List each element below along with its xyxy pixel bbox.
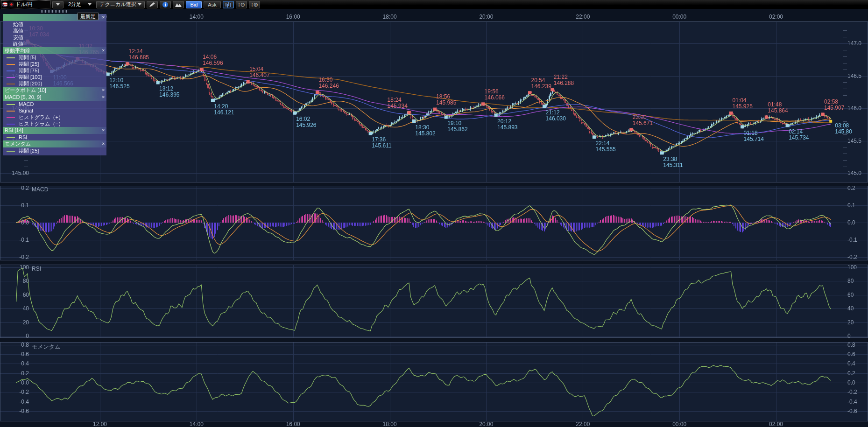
legend-line-swatch <box>7 70 15 71</box>
legend-line-swatch <box>7 124 15 125</box>
legend-section-header[interactable]: モメンタム× <box>3 140 106 147</box>
legend-row: 終値 <box>3 41 106 47</box>
bid-button[interactable]: Bid <box>186 1 202 8</box>
latest-bar-tooltip: 最新足 <box>78 13 99 20</box>
chart-canvas[interactable] <box>0 0 868 427</box>
legend-section-header[interactable]: MACD [5, 20, 9]× <box>3 94 106 101</box>
zoom-in-button[interactable]: ↕⊕ <box>249 1 260 8</box>
info-button[interactable] <box>160 1 171 8</box>
legend-row: 高値 <box>3 28 106 34</box>
legend-row: MACD <box>3 101 106 107</box>
candlestick-chart-icon <box>225 2 232 7</box>
technical-select-label: テクニカル選択 <box>99 1 136 8</box>
legend-line-swatch <box>7 117 15 118</box>
legend-row: 期間 [100] <box>3 74 106 80</box>
close-icon[interactable]: × <box>102 127 105 134</box>
legend-row: Signal <box>3 107 106 114</box>
japan-flag-icon <box>9 2 14 7</box>
indicator-legend-panel: ×始値高値安値終値移動平均線×期間 [5]期間 [25]期間 [75]期間 [1… <box>3 14 106 155</box>
legend-line-swatch <box>7 64 15 65</box>
legend-row: ヒストグラム（−） <box>3 120 106 127</box>
legend-line-swatch <box>7 111 15 112</box>
mountain-icon <box>175 2 182 7</box>
pair-dropdown-button[interactable] <box>52 1 64 8</box>
close-icon[interactable]: × <box>102 94 105 101</box>
info-icon <box>162 1 169 8</box>
close-icon[interactable]: × <box>102 47 105 54</box>
zoom-out-button[interactable]: ↕⊖ <box>236 1 247 8</box>
legend-section-header[interactable]: ピークボトム [10]× <box>3 87 106 94</box>
chevron-down-icon <box>56 3 60 6</box>
area-chart-button[interactable] <box>173 1 184 8</box>
technical-select-button[interactable]: テクニカル選択 <box>96 1 145 8</box>
legend-line-swatch <box>7 84 15 84</box>
legend-row: 期間 [25] <box>3 61 106 67</box>
zoom-out-icon: ↕⊖ <box>238 2 245 7</box>
legend-line-swatch <box>7 57 15 58</box>
legend-row: 始値 <box>3 21 106 28</box>
close-icon[interactable]: × <box>102 140 105 147</box>
legend-row: 期間 [200] <box>3 80 106 87</box>
legend-row: ヒストグラム（+） <box>3 114 106 120</box>
legend-section-header[interactable]: 移動平均線× <box>3 47 106 54</box>
us-flag-icon <box>2 2 7 7</box>
ask-button[interactable]: Ask <box>204 1 220 8</box>
chevron-down-icon <box>138 3 141 6</box>
draw-tool-button[interactable] <box>147 1 158 8</box>
legend-row: 安値 <box>3 34 106 41</box>
legend-row: 期間 [75] <box>3 67 106 74</box>
toolbar: ドル/円 2分足 テクニカル選択 Bid Ask ↕⊖ ↕⊕ <box>0 0 868 9</box>
legend-section-header[interactable]: RSI [14]× <box>3 127 106 134</box>
currency-pair-selector[interactable]: ドル/円 <box>1 0 50 8</box>
legend-row: RSI <box>3 134 106 140</box>
legend-line-swatch <box>7 104 15 105</box>
chart-type-button[interactable] <box>223 1 234 8</box>
zoom-in-icon: ↕⊕ <box>251 2 258 7</box>
timeframe-selector[interactable]: 2分足 <box>65 1 94 8</box>
close-icon[interactable]: × <box>102 87 105 94</box>
legend-line-swatch <box>7 77 15 78</box>
legend-line-swatch <box>7 151 15 152</box>
legend-drag-handle[interactable] <box>41 10 67 13</box>
legend-line-swatch <box>7 137 15 138</box>
pencil-icon <box>149 2 155 7</box>
close-icon[interactable]: × <box>102 14 105 21</box>
currency-pair-label: ドル/円 <box>15 1 33 8</box>
legend-row: 期間 [25] <box>3 147 106 154</box>
legend-row: 期間 [5] <box>3 54 106 61</box>
timeframe-label: 2分足 <box>68 1 81 8</box>
chevron-down-icon <box>88 3 92 6</box>
